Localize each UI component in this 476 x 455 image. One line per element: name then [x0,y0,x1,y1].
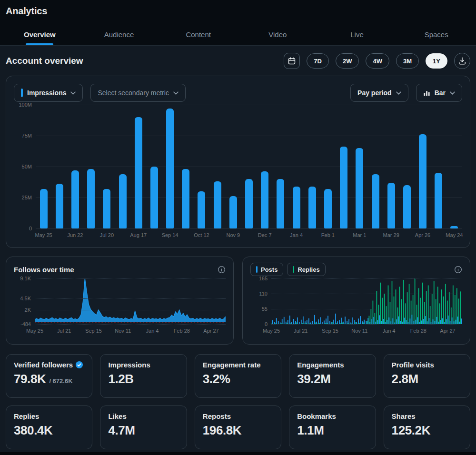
bar-slot [162,105,178,228]
impressions-bar[interactable] [356,148,363,228]
impressions-bar[interactable] [119,174,127,228]
range-button-4w[interactable]: 4W [366,53,389,69]
impressions-bar[interactable] [277,179,284,228]
secondary-metric-select[interactable]: Select secondary metric [90,84,185,102]
bar-slot [273,105,288,228]
impressions-bar[interactable] [87,169,95,228]
legend-chip-posts[interactable]: Posts [250,263,283,276]
impressions-bar[interactable] [261,171,268,228]
bar-slot [304,105,320,228]
impressions-bar[interactable] [308,187,316,228]
metric-card-profile-visits: Profile visits 2.8M [384,354,470,398]
y-axis-label: 75M [22,133,32,138]
metric-value: 79.8K [14,372,46,386]
period-label: Pay period [357,89,392,97]
chart-controls: Impressions Select secondary metric Pay … [14,84,462,102]
bar-slot [399,105,415,228]
impressions-bar[interactable] [419,134,426,228]
period-select[interactable]: Pay period [350,84,408,102]
metric-card-impressions: Impressions 1.2B [100,354,187,398]
x-axis-label: Sep 14 [162,232,178,238]
tab-label: Overview [24,30,56,39]
info-icon[interactable] [454,266,462,274]
range-button-1y[interactable]: 1Y [426,53,447,69]
calendar-button[interactable] [284,53,300,69]
x-axis-label: Mar 29 [383,232,399,238]
x-axis-label: Aug 17 [130,232,147,238]
metric-label: Reposts [203,412,231,420]
x-axis: May 25Jul 21Sep 15Nov 11Jan 4Feb 28Apr 2… [35,324,226,335]
bar-slot [225,105,241,228]
bar-slot [320,105,336,228]
metric-card-engagement-rate: Engagement rate 3.2% [195,354,281,398]
impressions-bar[interactable] [166,109,174,228]
y-axis-label: 4.5K [20,296,31,301]
range-button-2w[interactable]: 2W [336,53,359,69]
legend-chip-replies[interactable]: Replies [287,263,325,276]
range-button-7d[interactable]: 7D [307,53,329,69]
impressions-bar[interactable] [324,189,332,228]
x-axis-label: Sep 15 [85,328,102,334]
metric-card-reposts: Reposts 196.8K [195,406,281,449]
download-icon [458,57,466,65]
impressions-bar[interactable] [387,183,395,228]
metric-card-bookmarks: Bookmarks 1.1M [289,406,376,449]
impressions-bar[interactable] [229,196,237,228]
tab-live[interactable]: Live [317,23,397,45]
section-header: Account overview 7D 2W 4W 3M 1Y [6,46,470,76]
impressions-bar[interactable] [56,184,63,228]
x-axis-label: Jul 21 [57,328,71,334]
chevron-down-icon [450,91,455,95]
tab-spaces[interactable]: Spaces [397,23,476,45]
metric-label: Impressions [108,361,150,369]
tab-content[interactable]: Content [159,23,238,45]
x-axis: May 25Jun 22Jul 20Aug 17Sep 14Oct 12Nov … [36,228,462,241]
impressions-bar[interactable] [340,147,347,228]
metric-value: 196.8K [203,423,241,438]
bar-slot [446,105,462,228]
metrics-grid: Verified followers 79.8K / 672.6K Impres… [6,354,470,449]
chevron-down-icon [70,91,76,95]
impressions-bar[interactable] [150,167,158,228]
impressions-bar[interactable] [403,185,411,228]
follows-chart-title: Follows over time [14,266,74,274]
impressions-bar[interactable] [245,179,253,228]
metric-card-likes: Likes 4.7M [100,406,187,449]
impressions-bar[interactable] [71,170,79,228]
tab-label: Audience [104,30,134,39]
impressions-bar[interactable] [182,169,189,228]
primary-metric-select[interactable]: Impressions [14,84,83,102]
bar-slot [352,105,367,228]
legend-label: Replies [298,266,319,273]
x-axis-label: Jul 21 [294,328,307,334]
bar-slot [67,105,83,228]
metric-label: Engagements [297,361,344,369]
impressions-bar[interactable] [435,173,442,228]
mini-charts-row: Follows over time 9.1K4.5K2K-484 May 25J… [6,257,470,345]
range-button-3m[interactable]: 3M [396,53,419,69]
impressions-bar[interactable] [214,181,221,228]
bar-slot [178,105,194,228]
bar-slot [367,105,383,228]
metric-card-engagements: Engagements 39.2M [289,354,376,398]
tab-label: Content [186,30,211,39]
impressions-bar[interactable] [135,117,142,228]
gridline [271,278,462,279]
bar-slot [336,105,352,228]
impressions-bar[interactable] [293,187,300,228]
impressions-bar[interactable] [198,191,205,228]
impressions-bar[interactable] [40,189,48,228]
metric-label: Bookmarks [297,412,336,420]
info-icon[interactable] [218,266,226,274]
download-button[interactable] [454,53,470,69]
y-axis-label: 50M [22,164,32,169]
chart-type-select[interactable]: Bar [416,84,462,102]
impressions-bar[interactable] [103,189,110,228]
tab-video[interactable]: Video [238,23,317,45]
tab-overview[interactable]: Overview [0,23,79,45]
tab-audience[interactable]: Audience [79,23,159,45]
bar-slot [115,105,130,228]
metric-value: 125.2K [392,423,430,438]
y-axis-label: -484 [20,321,31,327]
impressions-bar[interactable] [372,174,379,228]
